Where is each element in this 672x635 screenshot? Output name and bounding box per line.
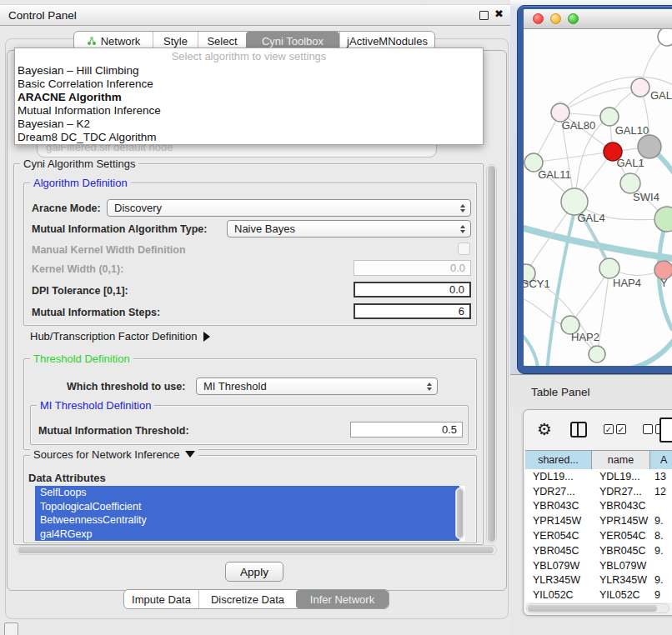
spinner-arrows-icon (460, 204, 465, 212)
manual-kernel-width-label: Manual Kernel Width Definition (32, 244, 186, 256)
algorithm-option[interactable]: Basic Correlation Inference (15, 78, 483, 91)
table-cell: 9. (650, 515, 672, 527)
collapse-down-icon (185, 451, 195, 458)
network-node[interactable] (600, 108, 619, 126)
column-header[interactable]: name (592, 451, 650, 469)
network-node-label: GAL4 (577, 212, 604, 224)
table-panel-titlebar: Table Panel (510, 374, 672, 408)
network-edge[interactable] (560, 88, 640, 112)
float-window-icon[interactable] (479, 11, 489, 20)
table-row[interactable]: YDL19...YDL19...13 (525, 469, 672, 484)
algorithm-option[interactable]: Mutual Information Inference (15, 104, 483, 118)
table-row[interactable]: YDR27...YDR27...12 (525, 484, 672, 499)
table-cell: 9 (650, 589, 672, 601)
table-cell: YIL052C (525, 589, 592, 601)
apply-button-label: Apply (240, 566, 268, 578)
algorithm-option[interactable]: Dream8 DC_TDC Algorithm (15, 131, 483, 144)
list-item-selected[interactable]: TopologicalCoefficient (35, 500, 459, 514)
tab-label: Impute Data (132, 593, 191, 606)
table-row[interactable]: YLR345WYLR345W9. (525, 573, 672, 588)
table-cell: YBR043C (592, 500, 650, 512)
network-canvas[interactable]: GALGAL80GAL10GAL1GAL11SWI4GAL4GCY1HAP4YH… (524, 29, 672, 366)
export-table-icon[interactable] (659, 418, 672, 442)
list-scrollbar[interactable] (455, 488, 464, 539)
mi-algorithm-type-select[interactable]: Naive Bayes (227, 220, 471, 238)
table-cell: 9. (650, 545, 672, 557)
table-cell: YPR145W (525, 515, 592, 527)
tab-impute-data[interactable]: Impute Data (124, 590, 198, 608)
zoom-window-icon[interactable] (568, 13, 579, 24)
table-cell: YLR345W (525, 574, 592, 586)
network-edge[interactable] (524, 329, 538, 366)
table-row[interactable]: YBL079WYBL079W (525, 558, 672, 573)
network-node[interactable] (658, 29, 672, 46)
close-icon[interactable]: ✖ (494, 8, 504, 20)
table-cell: YIL052C (592, 589, 650, 601)
gear-icon[interactable]: ⚙ (537, 421, 552, 438)
table-cell: 8. (650, 530, 672, 542)
table-row[interactable]: YBR043CYBR043C (525, 499, 672, 514)
network-icon (87, 36, 97, 46)
which-threshold-select[interactable]: MI Threshold (196, 378, 438, 395)
tab-discretize-data[interactable]: Discretize Data (198, 590, 296, 608)
sources-expander[interactable]: Sources for Network Inference (30, 448, 198, 461)
algorithm-option-selected[interactable]: ARACNE Algorithm (15, 91, 483, 104)
network-node-label: GAL11 (538, 168, 571, 181)
algorithm-option[interactable]: Bayesian – K2 (15, 118, 483, 131)
table-row[interactable]: YBR045CYBR045C9. (525, 543, 672, 558)
kernel-width-input[interactable]: 0.0 (354, 260, 471, 276)
column-header[interactable]: shared... (525, 451, 592, 469)
network-node[interactable] (631, 78, 649, 97)
table-window: ⚙ ✓✓ shared... name A YDL19...YDL19...13… (523, 409, 672, 616)
panel-grip-icon[interactable] (4, 622, 18, 635)
table-row[interactable]: YPR145WYPR145W9. (525, 513, 672, 528)
column-header[interactable]: A (650, 451, 672, 469)
network-node-label: SWI4 (633, 191, 659, 203)
aracne-mode-select[interactable]: Discovery (107, 199, 471, 217)
network-edge[interactable] (615, 336, 672, 366)
table-horizontal-scrollbar[interactable] (526, 603, 669, 613)
mi-threshold-input[interactable]: 0.5 (350, 422, 463, 438)
table-panel-title: Table Panel (531, 386, 590, 398)
list-item-selected[interactable]: BetweennessCentrality (35, 513, 459, 528)
mi-steps-input[interactable]: 6 (354, 303, 471, 319)
table-cell: YDL19... (525, 471, 592, 482)
spinner-arrows-icon (460, 225, 465, 233)
minimize-window-icon[interactable] (550, 13, 561, 24)
algorithm-option[interactable]: Bayesian – Hill Climbing (15, 64, 483, 78)
dpi-tolerance-label: DPI Tolerance [0,1]: (32, 285, 128, 297)
table-row[interactable]: YIL052CYIL052C9 (525, 588, 672, 602)
tab-infer-network[interactable]: Infer Network (296, 590, 389, 608)
tab-label: Infer Network (310, 593, 374, 606)
dpi-tolerance-input[interactable]: 0.0 (354, 282, 471, 298)
close-window-icon[interactable] (533, 13, 544, 24)
data-attributes-label: Data Attributes (28, 472, 106, 484)
settings-horizontal-scrollbar[interactable] (17, 545, 497, 555)
apply-button[interactable]: Apply (225, 562, 283, 582)
table-row[interactable]: YER054CYER054C8. (525, 528, 672, 543)
select-all-columns-icon[interactable]: ✓✓ (604, 424, 626, 434)
network-node[interactable] (654, 207, 672, 232)
network-canvas-svg: GALGAL80GAL10GAL1GAL11SWI4GAL4GCY1HAP4YH… (524, 29, 672, 366)
tab-label: Cyni Toolbox (262, 35, 323, 48)
manual-kernel-width-checkbox[interactable] (458, 242, 470, 255)
network-node-label: Y (660, 277, 668, 289)
table-cell: YDR27... (592, 486, 650, 498)
hub-definition-expander[interactable]: Hub/Transcription Factor Definition (30, 330, 210, 342)
table-cell: 13 (650, 471, 672, 482)
aracne-mode-label: Aracne Mode: (32, 202, 101, 214)
network-node-label: GAL1 (616, 157, 644, 169)
columns-icon[interactable] (570, 422, 587, 438)
which-threshold-label: Which threshold to use: (67, 381, 185, 392)
settings-vertical-scrollbar[interactable] (486, 164, 497, 543)
network-window: GALGAL80GAL10GAL1GAL11SWI4GAL4GCY1HAP4YH… (517, 5, 672, 374)
list-item-selected[interactable]: SelfLoops (35, 486, 459, 500)
tab-label: jActiveMNodules (347, 35, 428, 48)
network-node[interactable] (638, 135, 661, 158)
network-edge[interactable] (534, 152, 613, 162)
network-node[interactable] (589, 346, 605, 362)
list-item-selected[interactable]: gal4RGexp (35, 528, 459, 542)
aracne-mode-value: Discovery (114, 202, 162, 214)
app-root: Control Panel ✖ Network Style Select Cyn… (0, 0, 672, 635)
network-node[interactable] (599, 258, 619, 278)
